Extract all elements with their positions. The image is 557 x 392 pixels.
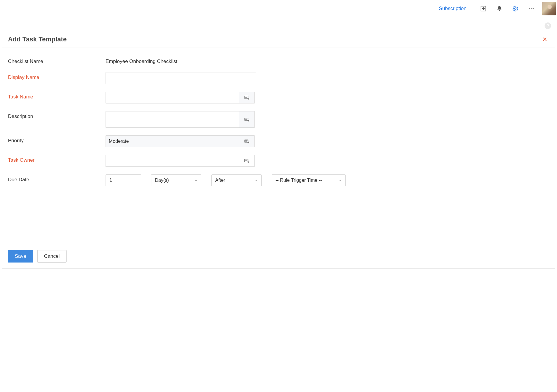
display-name-input[interactable] (106, 72, 256, 84)
close-icon[interactable] (541, 35, 549, 43)
due-date-unit-value: Day(s) (155, 178, 169, 183)
value-checklist-name: Employee Onboarding Checklist (106, 56, 177, 64)
subscription-link[interactable]: Subscription (439, 6, 467, 12)
chevron-down-icon (254, 178, 258, 182)
label-display-name: Display Name (8, 72, 106, 80)
svg-rect-21 (245, 140, 248, 142)
gear-icon[interactable] (510, 3, 521, 14)
help-icon[interactable]: ? (545, 22, 551, 29)
priority-merge-icon[interactable] (239, 135, 255, 147)
avatar[interactable] (542, 2, 556, 15)
due-date-reference-select[interactable]: -- Rule Trigger Time -- (272, 174, 346, 186)
due-date-relation-select[interactable]: After (211, 174, 262, 186)
chevron-down-icon (338, 178, 342, 182)
panel-title: Add Task Template (8, 35, 67, 43)
due-date-unit-select[interactable]: Day(s) (151, 174, 201, 186)
task-name-input[interactable] (106, 92, 239, 103)
label-task-name: Task Name (8, 92, 106, 100)
add-icon[interactable] (478, 3, 489, 14)
panel-header: Add Task Template (2, 31, 555, 48)
task-name-merge-icon[interactable] (239, 92, 255, 103)
label-description: Description (8, 111, 106, 119)
description-input[interactable] (106, 111, 239, 128)
bell-icon[interactable] (494, 3, 505, 14)
task-owner-lookup-icon[interactable] (239, 155, 255, 167)
svg-point-5 (531, 8, 532, 9)
task-owner-input[interactable] (106, 155, 239, 167)
save-button[interactable]: Save (8, 250, 33, 263)
row-due-date: Due Date Day(s) After -- Rule Trigger T (8, 174, 549, 186)
svg-rect-27 (245, 159, 248, 162)
svg-rect-15 (245, 118, 248, 121)
description-merge-icon[interactable] (239, 111, 255, 128)
priority-select[interactable]: Moderate (106, 135, 239, 147)
due-date-relation-value: After (215, 178, 225, 183)
help-row: ? (0, 17, 557, 31)
cancel-button[interactable]: Cancel (37, 250, 67, 263)
row-task-name: Task Name (8, 92, 549, 103)
due-date-number-input[interactable] (106, 174, 141, 186)
task-template-panel: Add Task Template Checklist Name Employe… (2, 31, 555, 269)
label-priority: Priority (8, 135, 106, 144)
label-checklist-name: Checklist Name (8, 56, 106, 64)
due-date-reference-value: -- Rule Trigger Time -- (276, 178, 322, 183)
more-icon[interactable] (526, 3, 537, 14)
svg-point-4 (529, 8, 530, 9)
topbar: Subscription (0, 0, 557, 17)
row-checklist-name: Checklist Name Employee Onboarding Check… (8, 56, 549, 64)
panel-footer: Save Cancel (2, 244, 555, 268)
svg-point-3 (514, 8, 516, 9)
task-template-form: Checklist Name Employee Onboarding Check… (2, 48, 555, 244)
svg-point-6 (533, 8, 534, 9)
row-display-name: Display Name (8, 72, 549, 84)
row-description: Description (8, 111, 549, 128)
row-priority: Priority Moderate (8, 135, 549, 147)
label-due-date: Due Date (8, 174, 106, 183)
svg-rect-9 (245, 96, 248, 99)
chevron-down-icon (194, 178, 198, 182)
label-task-owner: Task Owner (8, 155, 106, 163)
row-task-owner: Task Owner (8, 155, 549, 167)
